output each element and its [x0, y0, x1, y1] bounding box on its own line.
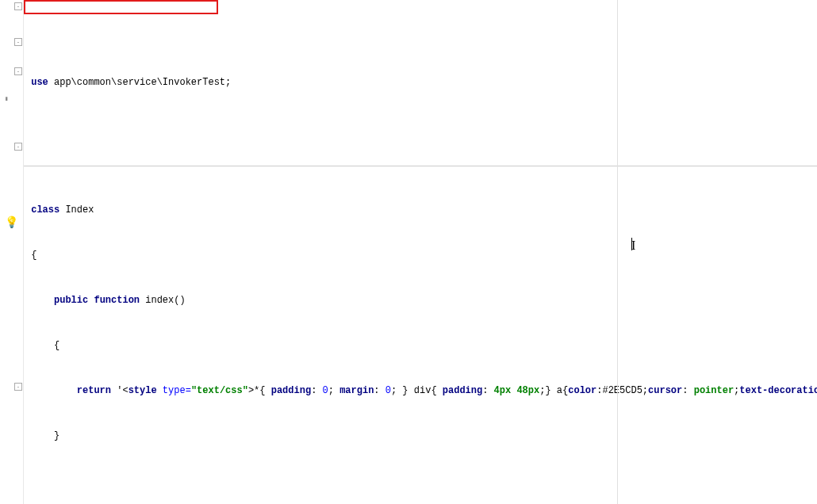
lightbulb-icon[interactable]: 💡 — [5, 216, 16, 227]
separator — [24, 166, 817, 166]
code-line[interactable] — [24, 474, 817, 489]
code-line[interactable]: { — [24, 248, 817, 263]
fold-icon[interactable]: - — [14, 38, 22, 46]
code-line[interactable]: use app\common\service\InvokerTest; — [24, 75, 817, 90]
code-content[interactable]: use app\common\service\InvokerTest; clas… — [24, 0, 817, 504]
highlight-box — [24, 0, 218, 14]
code-line[interactable]: return '<style type="text/css">*{ paddin… — [24, 384, 817, 399]
fold-icon[interactable]: - — [14, 143, 22, 151]
code-line[interactable] — [24, 120, 817, 136]
code-line[interactable]: { — [24, 338, 817, 353]
code-line[interactable]: public function index() — [24, 293, 817, 308]
fold-icon[interactable]: - — [14, 383, 22, 391]
fold-icon[interactable]: - — [14, 67, 22, 75]
code-editor[interactable]: - - ▮ - - 💡 - use app\common\service\Inv… — [0, 0, 817, 504]
code-line[interactable]: class Index — [24, 203, 817, 218]
marker-icon: ▮ — [5, 95, 16, 106]
editor-gutter: - - ▮ - - 💡 - — [0, 0, 24, 504]
fold-icon[interactable]: - — [14, 2, 22, 10]
text-cursor-icon: I — [631, 238, 632, 250]
code-line[interactable]: } — [24, 429, 817, 444]
margin-guide — [617, 0, 618, 504]
